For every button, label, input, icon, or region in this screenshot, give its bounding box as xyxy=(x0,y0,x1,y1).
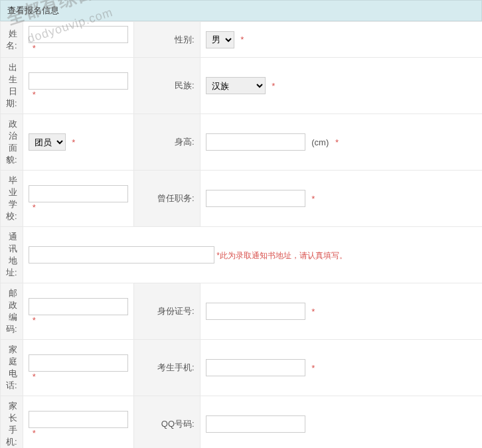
label-name: 姓名: xyxy=(1,22,23,58)
label-ethnicity: 民族: xyxy=(133,58,200,114)
label-political: 政治面貌: xyxy=(1,114,23,171)
required-mark: * xyxy=(33,43,36,53)
label-id-number: 身份证号: xyxy=(133,283,200,340)
address-input[interactable] xyxy=(29,246,214,263)
label-height: 身高: xyxy=(133,114,200,171)
home-phone-input[interactable] xyxy=(29,354,128,372)
gender-select[interactable]: 男 xyxy=(206,31,234,48)
id-number-input[interactable] xyxy=(206,303,305,320)
name-input[interactable] xyxy=(29,26,128,43)
required-mark: * xyxy=(33,315,36,325)
required-mark: * xyxy=(72,137,75,147)
required-mark: * xyxy=(33,428,36,438)
parent-mobile-input[interactable] xyxy=(29,411,128,428)
required-mark: * xyxy=(311,307,315,317)
required-mark: * xyxy=(311,194,315,204)
registration-form: 姓名: * 性别: 男 * 出生日期: * 民族: 汉族 * 政治面貌: 团员 … xyxy=(0,21,482,448)
label-birthdate: 出生日期: xyxy=(1,58,23,114)
address-hint: *此为录取通知书地址，请认真填写。 xyxy=(216,251,347,260)
height-input[interactable] xyxy=(206,133,305,151)
panel-title: 查看报名信息 xyxy=(0,0,482,21)
required-mark: * xyxy=(311,363,315,373)
required-mark: * xyxy=(33,90,36,100)
label-qq: QQ号码: xyxy=(133,396,200,449)
label-student-mobile: 考生手机: xyxy=(133,340,200,396)
required-mark: * xyxy=(33,202,36,212)
postcode-input[interactable] xyxy=(29,298,128,315)
ethnicity-select[interactable]: 汉族 xyxy=(206,77,266,94)
political-select[interactable]: 团员 xyxy=(29,133,66,151)
label-gender: 性别: xyxy=(133,22,200,58)
birthdate-input[interactable] xyxy=(29,72,128,90)
required-mark: * xyxy=(240,35,244,44)
label-previous-position: 曾任职务: xyxy=(133,171,200,227)
label-parent-mobile: 家长手机: xyxy=(1,396,23,449)
required-mark: * xyxy=(33,372,36,382)
label-address: 通讯地址: xyxy=(1,227,23,283)
previous-position-input[interactable] xyxy=(206,190,305,207)
label-postcode: 邮政编码: xyxy=(1,283,23,340)
student-mobile-input[interactable] xyxy=(206,359,305,376)
label-graduate-school: 毕业学校: xyxy=(1,171,23,227)
required-mark: * xyxy=(335,137,339,147)
height-unit: (cm) xyxy=(311,137,329,147)
required-mark: * xyxy=(272,81,275,91)
qq-input[interactable] xyxy=(206,415,305,433)
graduate-school-input[interactable] xyxy=(29,185,128,202)
label-home-phone: 家庭电话: xyxy=(1,340,23,396)
